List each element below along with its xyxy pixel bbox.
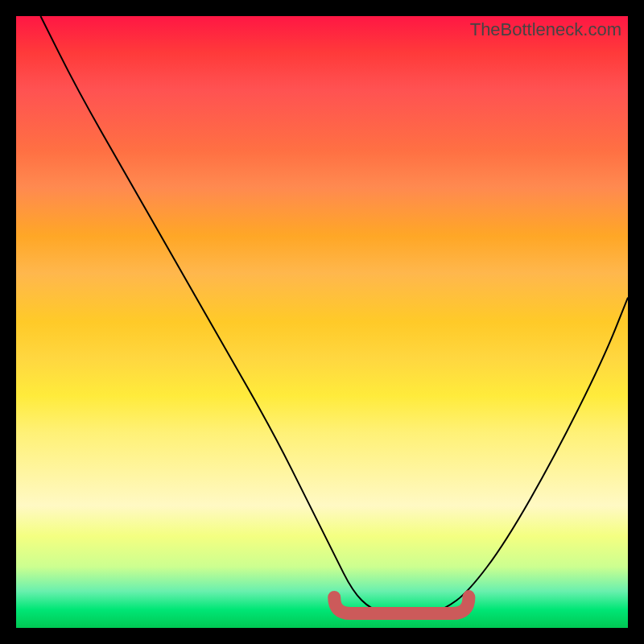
bottleneck-chart: TheBottleneck.com: [16, 16, 628, 628]
bottleneck-curve-left: [40, 16, 419, 616]
bottleneck-curve-right: [395, 298, 628, 616]
curve-group: [40, 16, 628, 616]
curve-svg: [16, 16, 628, 628]
valley-end-dot: [463, 590, 474, 601]
watermark-label: TheBottleneck.com: [470, 19, 621, 40]
